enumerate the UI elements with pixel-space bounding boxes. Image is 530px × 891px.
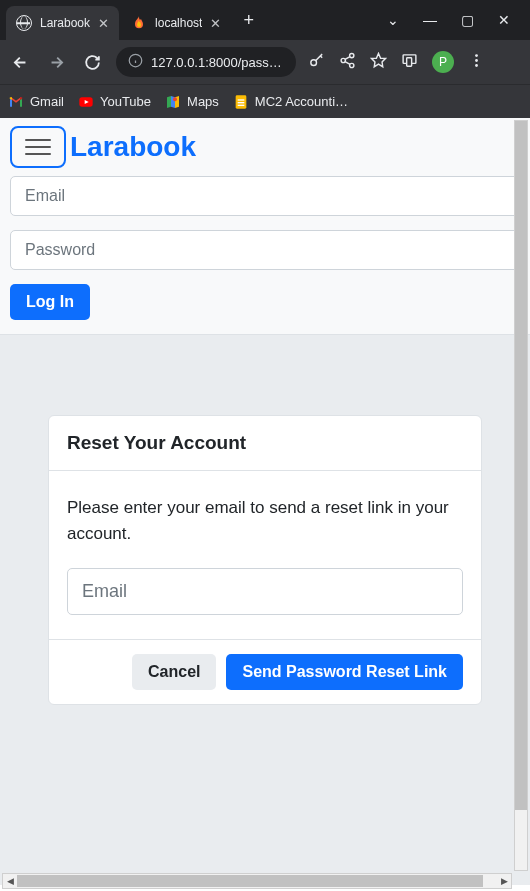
bookmark-label: Maps bbox=[187, 94, 219, 109]
youtube-icon bbox=[78, 94, 94, 110]
login-submit-button[interactable]: Log In bbox=[10, 284, 90, 320]
new-tab-button[interactable]: + bbox=[233, 10, 264, 31]
sheets-icon bbox=[233, 94, 249, 110]
horizontal-scrollbar[interactable]: ◀ ▶ bbox=[2, 873, 512, 889]
svg-rect-18 bbox=[238, 99, 245, 100]
svg-rect-20 bbox=[238, 104, 245, 105]
bookmark-youtube[interactable]: YouTube bbox=[78, 94, 151, 110]
bookmark-label: YouTube bbox=[100, 94, 151, 109]
site-info-icon[interactable] bbox=[128, 53, 143, 71]
send-reset-link-button[interactable]: Send Password Reset Link bbox=[226, 654, 463, 690]
svg-line-8 bbox=[345, 61, 350, 64]
svg-rect-11 bbox=[407, 57, 412, 65]
globe-icon bbox=[16, 15, 32, 31]
login-form: Log In bbox=[0, 176, 530, 335]
password-key-icon[interactable] bbox=[308, 52, 325, 73]
reset-instruction-text: Please enter your email to send a reset … bbox=[67, 495, 463, 546]
tab-larabook[interactable]: Larabook ✕ bbox=[6, 6, 119, 40]
svg-point-16 bbox=[173, 97, 177, 101]
svg-rect-19 bbox=[238, 102, 245, 103]
bookmark-label: Gmail bbox=[30, 94, 64, 109]
close-tab-icon[interactable]: ✕ bbox=[98, 16, 109, 31]
menu-dots-icon[interactable] bbox=[468, 52, 485, 73]
content-area: Reset Your Account Please enter your ema… bbox=[0, 335, 530, 885]
page-viewport: Larabook Log In Reset Your Account Pleas… bbox=[0, 118, 530, 891]
login-password-input[interactable] bbox=[10, 230, 520, 270]
share-icon[interactable] bbox=[339, 52, 356, 73]
vertical-scrollbar-thumb[interactable] bbox=[515, 121, 527, 810]
flame-icon bbox=[131, 15, 147, 31]
forward-button[interactable] bbox=[44, 50, 68, 74]
reset-email-input[interactable] bbox=[67, 568, 463, 615]
bookmark-label: MC2 Accounti… bbox=[255, 94, 348, 109]
device-icon[interactable] bbox=[401, 52, 418, 73]
address-bar: 127.0.0.1:8000/passw… P bbox=[0, 40, 530, 84]
bookmark-gmail[interactable]: Gmail bbox=[8, 94, 64, 110]
menu-toggle-button[interactable] bbox=[10, 126, 66, 168]
reload-button[interactable] bbox=[80, 50, 104, 74]
svg-line-7 bbox=[345, 56, 350, 59]
bookmark-star-icon[interactable] bbox=[370, 52, 387, 73]
bookmark-mc2[interactable]: MC2 Accounti… bbox=[233, 94, 348, 110]
profile-avatar[interactable]: P bbox=[432, 51, 454, 73]
bookmarks-bar: Gmail YouTube Maps MC2 Accounti… bbox=[0, 84, 530, 118]
svg-point-12 bbox=[475, 54, 478, 57]
svg-point-6 bbox=[350, 63, 354, 67]
scroll-left-arrow[interactable]: ◀ bbox=[3, 874, 17, 888]
gmail-icon bbox=[8, 94, 24, 110]
svg-point-13 bbox=[475, 59, 478, 62]
brand-logo[interactable]: Larabook bbox=[70, 131, 196, 163]
tab-label: Larabook bbox=[40, 16, 90, 30]
horizontal-scrollbar-thumb[interactable] bbox=[17, 875, 483, 887]
login-email-input[interactable] bbox=[10, 176, 520, 216]
browser-chrome: Larabook ✕ localhost ✕ + ⌄ — ▢ ✕ bbox=[0, 0, 530, 118]
svg-point-5 bbox=[341, 58, 345, 62]
close-tab-icon[interactable]: ✕ bbox=[210, 16, 221, 31]
scroll-right-arrow[interactable]: ▶ bbox=[497, 874, 511, 888]
vertical-scrollbar[interactable] bbox=[514, 120, 528, 871]
svg-marker-9 bbox=[371, 53, 385, 66]
url-text: 127.0.0.1:8000/passw… bbox=[151, 55, 284, 70]
cancel-button[interactable]: Cancel bbox=[132, 654, 216, 690]
reset-card-title: Reset Your Account bbox=[49, 416, 481, 471]
tab-dropdown-icon[interactable]: ⌄ bbox=[381, 8, 405, 32]
bookmark-maps[interactable]: Maps bbox=[165, 94, 219, 110]
maximize-button[interactable]: ▢ bbox=[455, 8, 480, 32]
app-navbar: Larabook bbox=[0, 118, 530, 176]
reset-card: Reset Your Account Please enter your ema… bbox=[48, 415, 482, 705]
svg-point-4 bbox=[350, 53, 354, 57]
minimize-button[interactable]: — bbox=[417, 8, 443, 32]
svg-point-14 bbox=[475, 64, 478, 67]
tab-localhost[interactable]: localhost ✕ bbox=[121, 6, 231, 40]
maps-icon bbox=[165, 94, 181, 110]
close-window-button[interactable]: ✕ bbox=[492, 8, 516, 32]
tab-bar: Larabook ✕ localhost ✕ + ⌄ — ▢ ✕ bbox=[0, 0, 530, 40]
svg-point-3 bbox=[311, 59, 317, 65]
address-input[interactable]: 127.0.0.1:8000/passw… bbox=[116, 47, 296, 77]
tab-label: localhost bbox=[155, 16, 202, 30]
back-button[interactable] bbox=[8, 50, 32, 74]
